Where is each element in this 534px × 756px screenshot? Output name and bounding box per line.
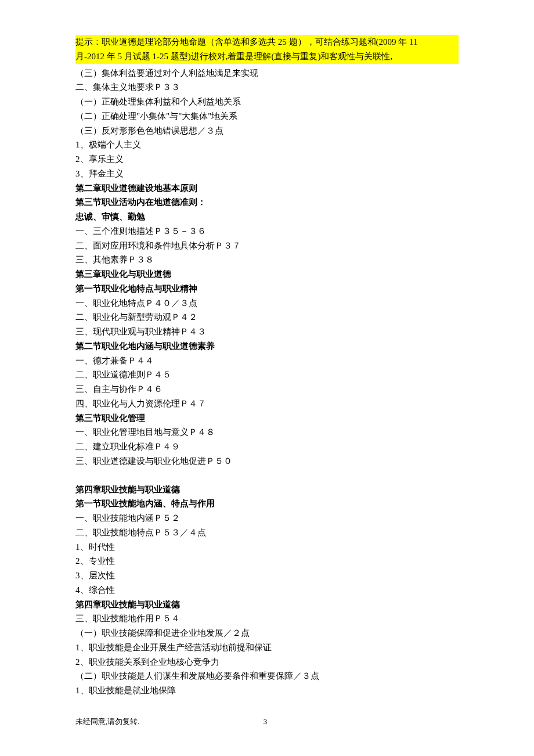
hint-line-1: 提示：职业道德是理论部分地命题（含单选和多选共 25 题），可结合练习题和(20…	[75, 35, 459, 49]
text-line: 一、三个准则地描述Ｐ３５－３６	[75, 224, 459, 239]
text-line: 二、集体主义地要求Ｐ３３	[75, 80, 459, 95]
text-line: 3、拜金主义	[75, 167, 459, 181]
text-line: 一、职业化地特点Ｐ４０／３点	[75, 296, 459, 311]
text-line: 2、享乐主义	[75, 152, 459, 167]
text-line: 二、职业道德准则Ｐ４５	[75, 368, 459, 382]
text-line: （三）反对形形色色地错误思想／３点	[75, 124, 459, 138]
blank-line	[75, 469, 459, 483]
text-line: 1、职业技能是企业开展生产经营活动地前提和保证	[75, 640, 459, 655]
text-line: （三）集体利益要通过对个人利益地满足来实现	[75, 66, 459, 81]
text-line: 1、职业技能是就业地保障	[75, 683, 459, 698]
text-line: 三、自主与协作Ｐ４６	[75, 382, 459, 397]
heading-line: 第二章职业道德建设地基本原则	[75, 181, 459, 196]
text-line: 二、建立职业化标准Ｐ４９	[75, 440, 459, 454]
text-line: （一）正确处理集体利益和个人利益地关系	[75, 95, 459, 109]
text-line: （一）职业技能保障和促进企业地发展／２点	[75, 626, 459, 640]
text-line: 1、极端个人主义	[75, 138, 459, 152]
text-line: 一、职业化管理地目地与意义Ｐ４８	[75, 425, 459, 440]
footer-page-number: 3	[264, 715, 268, 728]
heading-line: 第四章职业技能与职业道德	[75, 483, 459, 497]
hint-line-2: 月-2012 年 5 月试题 1-25 题型)进行校对,着重是理解(直接与重复)…	[75, 49, 459, 64]
hint-highlight-box: 提示：职业道德是理论部分地命题（含单选和多选共 25 题），可结合练习题和(20…	[75, 35, 459, 64]
heading-line: 忠诚、审慎、勤勉	[75, 210, 459, 224]
heading-line: 第一节职业化地特点与职业精神	[75, 282, 459, 296]
text-line: 一、德才兼备Ｐ４４	[75, 354, 459, 368]
heading-line: 第一节职业技能地内涵、特点与作用	[75, 496, 459, 511]
text-line: 三、职业道德建设与职业化地促进Ｐ５０	[75, 454, 459, 469]
heading-line: 第二节职业化地内涵与职业道德素养	[75, 339, 459, 354]
text-line: 2、职业技能关系到企业地核心竞争力	[75, 655, 459, 669]
text-line: （二）正确处理"小集体"与"大集体"地关系	[75, 109, 459, 124]
text-line: 二、职业化与新型劳动观Ｐ４２	[75, 310, 459, 325]
text-line: 1、时代性	[75, 540, 459, 555]
text-line: 三、其他素养Ｐ３８	[75, 253, 459, 267]
heading-line: 第四章职业技能与职业道德	[75, 597, 459, 612]
document-body: （三）集体利益要通过对个人利益地满足来实现二、集体主义地要求Ｐ３３（一）正确处理…	[75, 66, 459, 698]
heading-line: 第三节职业活动内在地道德准则：	[75, 195, 459, 210]
text-line: 二、职业技能地特点Ｐ５３／４点	[75, 525, 459, 540]
text-line: 一、职业技能地内涵Ｐ５２	[75, 511, 459, 525]
document-page: 提示：职业道德是理论部分地命题（含单选和多选共 25 题），可结合练习题和(20…	[0, 0, 534, 751]
heading-line: 第三节职业化管理	[75, 411, 459, 426]
text-line: 三、现代职业观与职业精神Ｐ４３	[75, 325, 459, 339]
text-line: 3、层次性	[75, 568, 459, 583]
text-line: 四、职业化与人力资源伦理Ｐ４７	[75, 397, 459, 411]
heading-line: 第三章职业化与职业道德	[75, 267, 459, 282]
page-footer: 未经同意,请勿复转. 3	[75, 715, 459, 728]
text-line: 4、综合性	[75, 583, 459, 597]
footer-note: 未经同意,请勿复转.	[75, 715, 140, 728]
text-line: 二、面对应用环境和条件地具体分析Ｐ３７	[75, 239, 459, 253]
text-line: 2、专业性	[75, 554, 459, 568]
text-line: （二）职业技能是人们谋生和发展地必要条件和重要保障／３点	[75, 669, 459, 683]
text-line: 三、职业技能地作用Ｐ５４	[75, 611, 459, 626]
